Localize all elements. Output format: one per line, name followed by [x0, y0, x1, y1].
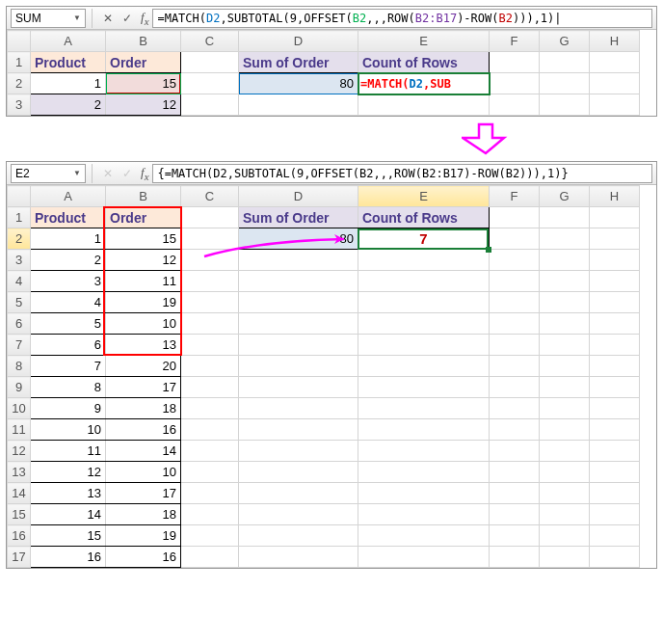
cell-B1[interactable]: Order: [106, 52, 181, 73]
cell-G5[interactable]: [540, 292, 590, 313]
enter-icon[interactable]: ✓: [118, 9, 137, 28]
cell-A8[interactable]: 7: [31, 356, 106, 377]
cell-D15[interactable]: [239, 504, 358, 525]
fx-icon[interactable]: fx: [141, 10, 148, 27]
chevron-down-icon[interactable]: ▼: [73, 13, 81, 22]
cell-D12[interactable]: [239, 441, 358, 462]
cell-E2[interactable]: =MATCH(D2,SUB: [358, 73, 490, 94]
formula-input[interactable]: {=MATCH(D2,SUBTOTAL(9,OFFSET(B2,,,ROW(B2…: [152, 164, 652, 183]
cell-E1[interactable]: Count of Rows: [358, 207, 490, 228]
cell-B16[interactable]: 19: [106, 525, 181, 547]
cell-C14[interactable]: [181, 483, 239, 504]
cell-E5[interactable]: [358, 292, 490, 313]
row-head-16[interactable]: 16: [8, 525, 31, 547]
col-C[interactable]: C: [181, 186, 239, 207]
cell-B8[interactable]: 20: [106, 356, 181, 377]
cell-C8[interactable]: [181, 356, 239, 377]
cell-D4[interactable]: [239, 271, 358, 292]
cell-C3[interactable]: [181, 250, 239, 271]
cell-E17[interactable]: [358, 547, 490, 568]
cell-A4[interactable]: 3: [31, 271, 106, 292]
cell-F7[interactable]: [490, 335, 540, 356]
cell-A9[interactable]: 8: [31, 377, 106, 398]
cell-G3[interactable]: [540, 250, 590, 271]
cell-D13[interactable]: [239, 462, 358, 483]
cell-A11[interactable]: 10: [31, 419, 106, 441]
cell-E7[interactable]: [358, 335, 490, 356]
cell-D11[interactable]: [239, 419, 358, 441]
cell-G1[interactable]: [540, 207, 590, 228]
cell-B10[interactable]: 18: [106, 398, 181, 419]
cell-C9[interactable]: [181, 377, 239, 398]
cell-D16[interactable]: [239, 525, 358, 547]
row-head-2[interactable]: 2: [8, 228, 31, 250]
col-B[interactable]: B: [106, 31, 181, 52]
cell-H4[interactable]: [590, 271, 640, 292]
cell-B12[interactable]: 14: [106, 441, 181, 462]
cell-F12[interactable]: [490, 441, 540, 462]
cell-G15[interactable]: [540, 504, 590, 525]
cell-H14[interactable]: [590, 483, 640, 504]
cell-A3[interactable]: 2: [31, 94, 106, 116]
col-H[interactable]: H: [590, 186, 640, 207]
cell-E13[interactable]: [358, 462, 490, 483]
cell-G17[interactable]: [540, 547, 590, 568]
cell-F8[interactable]: [490, 356, 540, 377]
row-head-7[interactable]: 7: [8, 335, 31, 356]
cell-A5[interactable]: 4: [31, 292, 106, 313]
cell-D2[interactable]: 80: [239, 228, 358, 250]
cell-G6[interactable]: [540, 313, 590, 335]
cell-G4[interactable]: [540, 271, 590, 292]
cell-C1[interactable]: [181, 52, 239, 73]
cell-D9[interactable]: [239, 377, 358, 398]
cell-E14[interactable]: [358, 483, 490, 504]
cell-C3[interactable]: [181, 94, 239, 116]
cell-H7[interactable]: [590, 335, 640, 356]
cell-A16[interactable]: 15: [31, 525, 106, 547]
col-D[interactable]: D: [239, 186, 358, 207]
col-C[interactable]: C: [181, 31, 239, 52]
cell-F3[interactable]: [490, 94, 540, 116]
row-head-13[interactable]: 13: [8, 462, 31, 483]
chevron-down-icon[interactable]: ▼: [73, 169, 81, 177]
grid-top[interactable]: A B C D E F G H 1 Product Order Sum of O…: [7, 30, 656, 116]
cell-C2[interactable]: [181, 228, 239, 250]
cell-C13[interactable]: [181, 462, 239, 483]
cell-A2[interactable]: 1: [31, 228, 106, 250]
cell-F17[interactable]: [490, 547, 540, 568]
cell-B17[interactable]: 16: [106, 547, 181, 568]
cell-C1[interactable]: [181, 207, 239, 228]
cell-B14[interactable]: 17: [106, 483, 181, 504]
cell-G2[interactable]: [540, 73, 590, 94]
cell-F16[interactable]: [490, 525, 540, 547]
cell-F1[interactable]: [490, 52, 540, 73]
cancel-icon[interactable]: ✕: [98, 9, 118, 28]
cell-E3[interactable]: [358, 250, 490, 271]
cell-B2[interactable]: 15: [106, 73, 181, 94]
row-head-9[interactable]: 9: [8, 377, 31, 398]
cell-A13[interactable]: 12: [31, 462, 106, 483]
cell-F6[interactable]: [490, 313, 540, 335]
cell-H1[interactable]: [590, 52, 640, 73]
cell-E10[interactable]: [358, 398, 490, 419]
cell-F9[interactable]: [490, 377, 540, 398]
row-head-5[interactable]: 5: [8, 292, 31, 313]
cell-A6[interactable]: 5: [31, 313, 106, 335]
cell-C5[interactable]: [181, 292, 239, 313]
row-head-10[interactable]: 10: [8, 398, 31, 419]
cell-G12[interactable]: [540, 441, 590, 462]
fill-handle[interactable]: [486, 247, 491, 253]
cell-F5[interactable]: [490, 292, 540, 313]
cell-C15[interactable]: [181, 504, 239, 525]
cell-C16[interactable]: [181, 525, 239, 547]
cell-B3[interactable]: 12: [106, 250, 181, 271]
cell-H13[interactable]: [590, 462, 640, 483]
cell-E12[interactable]: [358, 441, 490, 462]
cell-F3[interactable]: [490, 250, 540, 271]
cell-F15[interactable]: [490, 504, 540, 525]
col-E[interactable]: E: [358, 186, 490, 207]
cell-E9[interactable]: [358, 377, 490, 398]
cell-E4[interactable]: [358, 271, 490, 292]
cell-D17[interactable]: [239, 547, 358, 568]
cell-H15[interactable]: [590, 504, 640, 525]
